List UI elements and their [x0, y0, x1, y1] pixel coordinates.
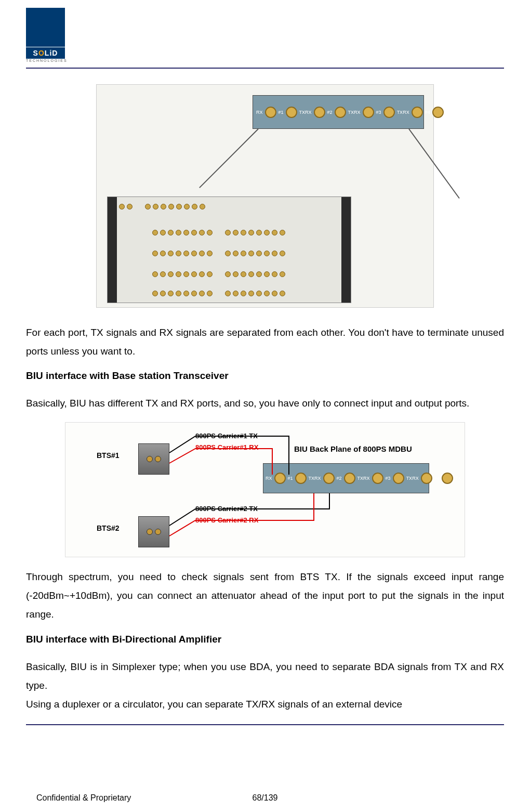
port-icon — [421, 473, 432, 484]
rack-port-icon — [168, 251, 174, 256]
figure-biu-bts-wiring: BTS#1 BTS#2 BIU Back Plane of 800PS MDBU… — [65, 422, 465, 557]
rack-row — [119, 268, 339, 280]
divider-bottom — [26, 724, 504, 725]
port-icon — [442, 473, 453, 484]
rack-port-icon — [272, 271, 277, 277]
logo-o: O — [38, 49, 45, 57]
rack-port-icon — [161, 204, 166, 209]
rack-port-icon — [241, 251, 246, 256]
port-icon — [265, 107, 276, 118]
paragraph: Using a duplexer or a circulator, you ca… — [26, 695, 504, 714]
footer-pagenum: 68/139 — [36, 793, 494, 803]
port-icon — [335, 107, 346, 118]
rack-port-icon — [256, 291, 262, 296]
callout-leader-line — [199, 128, 259, 188]
port-tx-lbl: TX — [446, 110, 452, 115]
signal-label-tx2: 800PS Carrier#2 TX — [195, 505, 258, 513]
rack-port-icon — [241, 230, 246, 235]
rack-port-icon — [152, 251, 158, 256]
logo-text: SOLiD — [26, 47, 65, 59]
port-num-lbl: #2 — [337, 476, 342, 481]
rack-port-icon — [256, 251, 262, 256]
label-bts2: BTS#2 — [97, 524, 120, 532]
rack-port-icon — [200, 204, 205, 209]
rack-port-icon — [248, 271, 254, 277]
rack-port-icon — [145, 204, 151, 209]
callout-panel: RX#1TX RX#2TX RX#3TX RX#4TX — [253, 95, 424, 129]
port-tx-lbl: TX — [357, 476, 364, 481]
logo-sub: TECHNOLOGIES — [26, 59, 504, 62]
rack-port-icon — [160, 230, 166, 235]
rack-port-icon — [160, 271, 166, 277]
logo-s: S — [33, 49, 38, 57]
rack-port-icon — [264, 251, 270, 256]
rack-port-icon — [176, 204, 182, 209]
port-icon — [372, 473, 383, 484]
rack-row — [119, 247, 339, 259]
port-num-lbl: #4 — [434, 476, 440, 481]
rack-row — [119, 200, 339, 213]
rack-port-icon — [168, 204, 174, 209]
paragraph: Basically, BIU is in Simplexer type; whe… — [26, 658, 504, 695]
port-tx-lbl: TX — [397, 110, 403, 115]
rack-port-icon — [272, 230, 277, 235]
rack-port-icon — [176, 230, 181, 235]
port-icon — [314, 107, 325, 118]
rack-port-icon — [225, 271, 231, 277]
port-icon — [295, 473, 307, 484]
bts-connector-icon — [147, 529, 153, 535]
rack-chassis — [107, 197, 351, 303]
signal-label-rx1: 800PS Carrier#1 RX — [195, 443, 258, 451]
rack-port-icon — [160, 251, 166, 256]
rack-port-icon — [207, 230, 213, 235]
heading-biu-transceiver: BIU interface with Base station Transcei… — [26, 370, 504, 382]
rack-row — [119, 226, 339, 239]
port-num-lbl: #3 — [386, 476, 391, 481]
figure-rack-callout: RX#1TX RX#2TX RX#3TX RX#4TX — [96, 84, 434, 308]
rack-port-icon — [225, 230, 231, 235]
rack-port-icon — [183, 291, 189, 296]
rack-port-icon — [183, 230, 189, 235]
bts-connector-icon — [155, 529, 161, 535]
rack-ear-right — [341, 197, 351, 303]
rack-port-icon — [248, 230, 254, 235]
bts-connector-icon — [155, 456, 161, 462]
port-icon — [363, 107, 374, 118]
rack-port-icon — [191, 271, 197, 277]
port-icon — [274, 473, 286, 484]
rack-port-icon — [176, 291, 181, 296]
rack-port-icon — [248, 291, 254, 296]
rack-port-icon — [233, 271, 239, 277]
rack-port-icon — [207, 251, 213, 256]
rack-port-icon — [199, 230, 205, 235]
divider-top — [26, 68, 504, 69]
port-num-lbl: #4 — [425, 110, 430, 115]
port-icon — [393, 473, 404, 484]
port-icon — [323, 473, 335, 484]
rack-port-icon — [191, 251, 197, 256]
paragraph: For each port, TX signals and RX signals… — [26, 323, 504, 361]
rack-port-icon — [199, 271, 205, 277]
port-num-lbl: #3 — [376, 110, 381, 115]
label-backplane: BIU Back Plane of 800PS MDBU — [294, 444, 412, 453]
paragraph: Through spectrum, you need to check sign… — [26, 568, 504, 624]
rack-port-icon — [168, 271, 174, 277]
rack-port-icon — [225, 291, 231, 296]
rack-port-icon — [176, 251, 181, 256]
port-icon — [412, 107, 423, 118]
port-rx-lbl: RX — [403, 110, 409, 115]
logo: SOLiD TECHNOLOGIES — [26, 8, 504, 62]
backplane-panel: RX#1TX RX#2TX RX#3TX RX#4TX — [263, 463, 429, 493]
port-rx-lbl: RX — [412, 476, 419, 481]
port-num-lbl: #1 — [288, 476, 293, 481]
label-bts1: BTS#1 — [97, 451, 120, 460]
rack-port-icon — [233, 291, 239, 296]
port-icon — [432, 107, 444, 118]
port-tx-lbl: TX — [348, 110, 354, 115]
rack-port-icon — [160, 291, 166, 296]
rack-port-icon — [183, 271, 189, 277]
callout-leader-line — [408, 128, 460, 199]
port-rx-lbl: RX — [354, 110, 361, 115]
rack-port-icon — [241, 271, 246, 277]
port-tx-lbl: TX — [455, 476, 461, 481]
